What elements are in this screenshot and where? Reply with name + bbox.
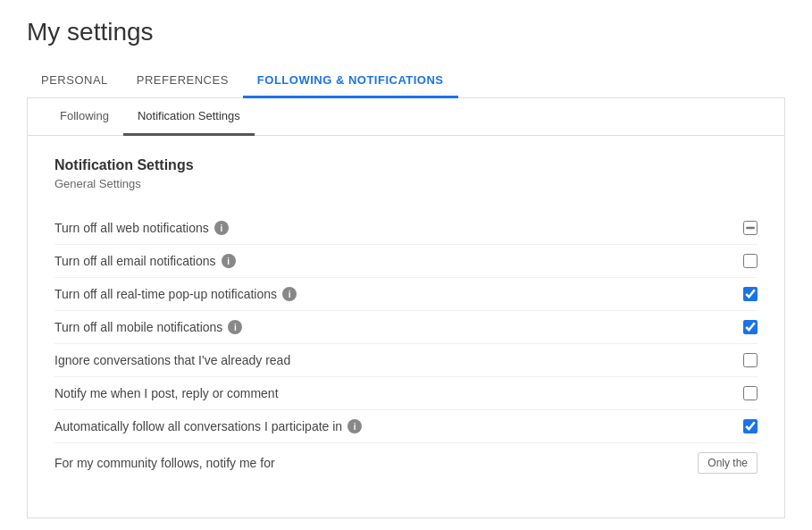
setting-label-text: Turn off all real-time pop-up notificati… — [54, 287, 277, 301]
info-icon[interactable]: i — [214, 221, 229, 235]
setting-checkbox-2[interactable] — [743, 287, 758, 301]
section-subtitle: General Settings — [54, 177, 758, 190]
setting-control-6 — [722, 419, 758, 433]
setting-label-text: Turn off all mobile notifications — [54, 320, 222, 334]
setting-checkbox-0[interactable] — [743, 221, 758, 235]
setting-label-7: For my community follows, notify me for — [54, 456, 698, 470]
section-title: Notification Settings — [54, 157, 758, 173]
setting-checkbox-1[interactable] — [743, 254, 758, 268]
setting-checkbox-6[interactable] — [743, 419, 758, 433]
info-icon[interactable]: i — [228, 320, 242, 334]
setting-control-4 — [722, 353, 758, 367]
setting-label-3: Turn off all mobile notificationsi — [54, 320, 722, 334]
setting-label-text: Notify me when I post, reply or comment — [54, 386, 279, 400]
setting-control-7: Only the — [698, 452, 758, 474]
info-icon[interactable]: i — [347, 419, 362, 433]
setting-control-0 — [722, 221, 758, 235]
setting-label-0: Turn off all web notificationsi — [54, 221, 722, 235]
setting-label-text: Ignore conversations that I've already r… — [54, 353, 290, 367]
content-area: Following Notification Settings Notifica… — [27, 98, 785, 518]
setting-label-text: Turn off all email notifications — [54, 254, 216, 268]
tab-personal[interactable]: PERSONAL — [27, 64, 122, 98]
settings-row: Automatically follow all conversations I… — [54, 410, 758, 443]
setting-control-2 — [722, 287, 758, 301]
dropdown-only-the[interactable]: Only the — [698, 452, 758, 474]
settings-row: Notify me when I post, reply or comment — [54, 377, 758, 410]
setting-control-1 — [722, 254, 758, 268]
setting-label-text: Turn off all web notifications — [54, 221, 209, 235]
settings-row: Ignore conversations that I've already r… — [54, 344, 758, 377]
info-icon[interactable]: i — [222, 254, 236, 268]
setting-label-2: Turn off all real-time pop-up notificati… — [54, 287, 722, 301]
setting-checkbox-3[interactable] — [743, 320, 758, 334]
setting-label-4: Ignore conversations that I've already r… — [54, 353, 722, 367]
settings-row: Turn off all real-time pop-up notificati… — [54, 278, 758, 311]
page-title: My settings — [27, 18, 785, 46]
setting-label-5: Notify me when I post, reply or comment — [54, 386, 722, 400]
settings-row: Turn off all email notificationsi — [54, 245, 758, 278]
settings-content: Notification Settings General Settings T… — [28, 136, 784, 504]
sub-tabs: Following Notification Settings — [28, 98, 784, 136]
settings-row: For my community follows, notify me forO… — [54, 443, 758, 483]
setting-label-6: Automatically follow all conversations I… — [54, 419, 722, 433]
setting-checkbox-4[interactable] — [743, 353, 758, 367]
page-container: My settings PERSONAL PREFERENCES FOLLOWI… — [0, 0, 812, 530]
setting-control-5 — [722, 386, 758, 400]
subtab-notification-settings[interactable]: Notification Settings — [123, 98, 255, 136]
setting-label-text: For my community follows, notify me for — [54, 456, 275, 470]
setting-control-3 — [722, 320, 758, 334]
setting-label-1: Turn off all email notificationsi — [54, 254, 722, 268]
info-icon[interactable]: i — [282, 287, 297, 301]
tab-preferences[interactable]: PREFERENCES — [122, 64, 243, 98]
settings-rows: Turn off all web notificationsiTurn off … — [54, 212, 758, 483]
setting-checkbox-5[interactable] — [743, 386, 758, 400]
tab-following-notifications[interactable]: FOLLOWING & NOTIFICATIONS — [243, 64, 458, 98]
top-tabs: PERSONAL PREFERENCES FOLLOWING & NOTIFIC… — [27, 64, 785, 98]
settings-row: Turn off all web notificationsi — [54, 212, 758, 245]
settings-row: Turn off all mobile notificationsi — [54, 311, 758, 344]
setting-label-text: Automatically follow all conversations I… — [54, 419, 342, 433]
subtab-following[interactable]: Following — [46, 98, 123, 136]
